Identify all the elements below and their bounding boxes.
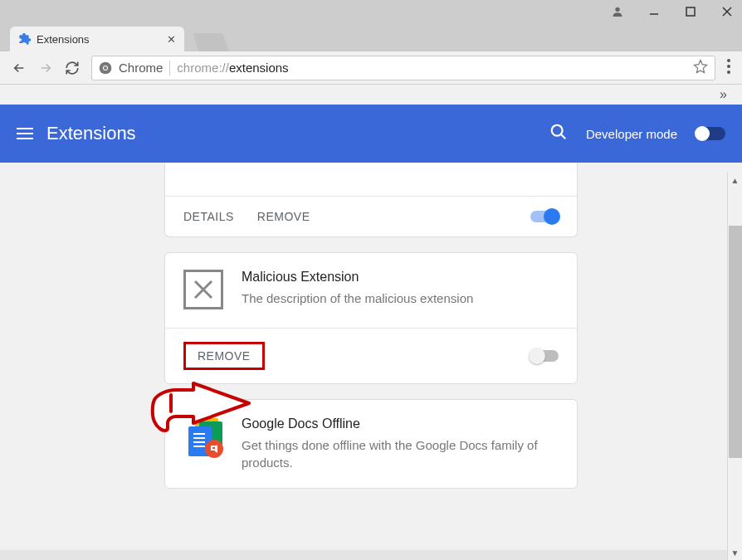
extension-card: DETAILS REMOVE xyxy=(164,163,578,237)
browser-menu-button[interactable] xyxy=(727,59,730,77)
search-icon[interactable] xyxy=(549,123,568,144)
new-tab-button[interactable] xyxy=(193,33,228,51)
overflow-chevron-bar: » xyxy=(0,85,742,105)
page-title: Extensions xyxy=(46,123,136,144)
window-titlebar xyxy=(0,0,742,23)
reload-button[interactable] xyxy=(65,61,80,75)
developer-mode-label: Developer mode xyxy=(586,127,677,141)
svg-point-10 xyxy=(727,71,730,74)
svg-rect-2 xyxy=(686,7,695,16)
chrome-icon xyxy=(99,61,112,75)
svg-point-8 xyxy=(727,59,730,62)
remove-button-highlighted[interactable]: REMOVE xyxy=(183,342,265,370)
puzzle-icon xyxy=(18,32,32,46)
omnibox-url: chrome://extensions xyxy=(177,61,288,75)
vertical-scrollbar[interactable]: ▲ ▼ xyxy=(727,173,742,560)
extension-description: Get things done offline with the Google … xyxy=(242,436,559,471)
svg-point-11 xyxy=(552,125,563,136)
extension-enable-toggle[interactable] xyxy=(530,350,559,362)
content-area: DETAILS REMOVE Malicious Extension The d… xyxy=(0,163,742,550)
hamburger-menu-button[interactable] xyxy=(17,128,33,139)
tab-strip: Extensions ✕ xyxy=(0,23,742,51)
extension-placeholder-icon xyxy=(183,270,225,311)
browser-toolbar: Chrome chrome://extensions xyxy=(0,51,742,85)
svg-point-0 xyxy=(615,7,619,12)
extensions-header: Extensions Developer mode xyxy=(0,105,742,163)
extension-card-malicious: Malicious Extension The description of t… xyxy=(164,252,578,384)
back-button[interactable] xyxy=(12,61,27,75)
details-button[interactable]: DETAILS xyxy=(183,210,234,223)
extension-card-docs: Google Docs Offline Get things done offl… xyxy=(164,399,578,489)
scroll-up-arrow-icon[interactable]: ▲ xyxy=(728,173,742,187)
scrollbar-thumb[interactable] xyxy=(729,226,742,458)
tab-title: Extensions xyxy=(37,33,167,46)
forward-button[interactable] xyxy=(38,61,53,75)
address-bar[interactable]: Chrome chrome://extensions xyxy=(91,56,715,80)
omnibox-separator xyxy=(169,61,170,75)
extension-description: The description of the malicious extensi… xyxy=(242,290,559,307)
account-icon[interactable] xyxy=(611,5,624,18)
svg-point-9 xyxy=(727,65,730,68)
extension-title: Malicious Extension xyxy=(242,270,559,285)
scroll-down-arrow-icon[interactable]: ▼ xyxy=(728,545,742,560)
tab-close-icon[interactable]: ✕ xyxy=(167,33,176,46)
omnibox-protocol-label: Chrome xyxy=(119,61,163,75)
close-window-button[interactable] xyxy=(720,5,734,18)
remove-button[interactable]: REMOVE xyxy=(257,210,310,223)
svg-line-12 xyxy=(561,134,566,139)
developer-mode-toggle[interactable] xyxy=(696,127,725,140)
google-docs-icon xyxy=(183,416,225,458)
bookmark-star-icon[interactable] xyxy=(693,59,708,77)
maximize-button[interactable] xyxy=(684,5,697,18)
minimize-button[interactable] xyxy=(647,5,661,18)
overflow-chevron-icon[interactable]: » xyxy=(720,87,727,102)
tab-extensions[interactable]: Extensions ✕ xyxy=(10,27,184,51)
extension-enable-toggle[interactable] xyxy=(530,211,559,222)
svg-point-7 xyxy=(104,66,107,70)
extension-title: Google Docs Offline xyxy=(242,416,559,431)
